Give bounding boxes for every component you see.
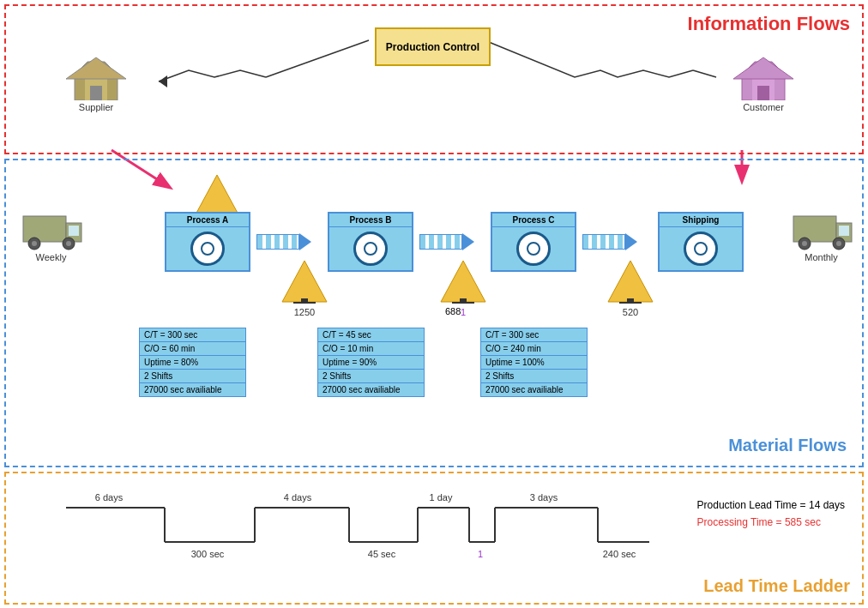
shipping-machine [684, 232, 718, 266]
svg-text:1: 1 [478, 549, 483, 559]
svg-text:1 day: 1 day [430, 492, 453, 503]
lead-time-section: Lead Time Ladder 6 days 4 days 1 day 3 d… [4, 472, 864, 605]
info-flows-label: Information Flows [688, 13, 850, 35]
process-a-avail: 27000 sec availiable [140, 383, 245, 396]
processing-time: Processing Time = 585 sec [697, 516, 845, 528]
inventory-triangle-icon-3 [606, 259, 654, 304]
material-flows-label: Material Flows [728, 436, 847, 455]
svg-point-27 [836, 241, 841, 246]
svg-rect-21 [793, 216, 836, 242]
push-arrow-ab-head [299, 233, 311, 250]
svg-marker-12 [733, 57, 793, 79]
svg-rect-36 [452, 302, 474, 304]
inventory-value-688: 688 [445, 306, 461, 316]
process-c-uptime: Uptime = 100% [481, 356, 587, 370]
monthly-truck-container: Monthly [789, 208, 853, 262]
process-b-uptime: Uptime = 90% [318, 356, 424, 370]
weekly-truck-icon [19, 208, 83, 250]
svg-text:45 sec: 45 sec [368, 549, 396, 559]
weekly-label: Weekly [19, 252, 83, 262]
process-a-co: C/O = 60 min [140, 342, 245, 356]
push-arrow-ab-body [256, 234, 299, 250]
customer-container: Customer [733, 53, 793, 112]
process-c-info: C/T = 300 sec C/O = 240 min Uptime = 100… [480, 328, 588, 397]
svg-text:300 sec: 300 sec [191, 549, 225, 559]
svg-rect-14 [23, 216, 66, 242]
inventory-value-2: 1 [461, 307, 466, 317]
process-b-info: C/T = 45 sec C/O = 10 min Uptime = 90% 2… [317, 328, 425, 397]
push-arrow-cs [582, 233, 637, 250]
process-c-title: Process C [492, 214, 575, 227]
monthly-label: Monthly [789, 252, 853, 262]
svg-text:3 days: 3 days [530, 492, 558, 503]
customer-factory-icon [733, 53, 793, 100]
svg-point-20 [66, 241, 71, 246]
inventory-triangle-1: 1250 [280, 259, 329, 317]
svg-rect-39 [619, 302, 642, 304]
process-a-uptime: Uptime = 80% [140, 356, 245, 370]
svg-marker-28 [195, 175, 239, 216]
push-arrow-cs-body [582, 234, 625, 250]
svg-text:240 sec: 240 sec [603, 549, 636, 559]
push-arrow-bc-body [419, 234, 462, 250]
svg-marker-34 [441, 261, 485, 302]
process-b-ct: C/T = 45 sec [318, 328, 424, 342]
svg-rect-33 [293, 302, 316, 304]
production-control-label: Production Control [386, 41, 479, 53]
monthly-truck-icon [789, 208, 853, 250]
inventory-value-1: 1250 [294, 307, 315, 317]
material-flows-section: Material Flows Weekly Monthly [4, 159, 864, 467]
supplier-label: Supplier [66, 102, 126, 112]
svg-marker-8 [66, 57, 126, 79]
process-a-machine [190, 232, 225, 266]
svg-rect-13 [757, 86, 769, 100]
process-a-info: C/T = 300 sec C/O = 60 min Uptime = 80% … [139, 328, 246, 397]
process-b-shifts: 2 Shifts [318, 370, 424, 383]
shipping-box: Shipping [658, 212, 744, 272]
process-b-machine [353, 232, 388, 266]
process-a-ct: C/T = 300 sec [140, 328, 245, 342]
info-flows-section: Information Flows Production Control Sup… [4, 4, 864, 154]
process-a-shifts: 2 Shifts [140, 370, 245, 383]
svg-point-26 [802, 241, 807, 246]
shipping-title: Shipping [660, 214, 742, 227]
svg-marker-37 [608, 261, 653, 302]
lead-time-ladder-svg: 6 days 4 days 1 day 3 days 300 sec 45 se… [23, 482, 649, 585]
process-c-machine [516, 232, 551, 266]
supplier-factory-icon [66, 53, 126, 100]
svg-rect-23 [839, 226, 849, 236]
svg-point-19 [32, 241, 37, 246]
customer-label: Customer [733, 102, 793, 112]
production-control-box: Production Control [375, 27, 491, 66]
process-b-avail: 27000 sec availiable [318, 383, 424, 396]
push-arrow-cs-head [625, 233, 637, 250]
process-b-co: C/O = 10 min [318, 342, 424, 356]
inventory-triangle-icon-2 [439, 259, 487, 304]
inventory-triangle-3: 520 [606, 259, 654, 317]
svg-text:6 days: 6 days [95, 492, 124, 503]
svg-rect-9 [90, 86, 102, 100]
lead-time-stats: Production Lead Time = 14 days Processin… [697, 499, 845, 528]
production-lead-time: Production Lead Time = 14 days [697, 499, 845, 511]
svg-text:4 days: 4 days [284, 492, 312, 503]
process-c-ct: C/T = 300 sec [481, 328, 587, 342]
process-c-avail: 27000 sec availiable [481, 383, 587, 396]
process-c-box: Process C [491, 212, 576, 272]
push-arrow-bc [419, 233, 474, 250]
lead-time-label: Lead Time Ladder [703, 576, 850, 596]
process-c-shifts: 2 Shifts [481, 370, 587, 383]
process-b-box: Process B [328, 212, 413, 272]
process-a-title: Process A [166, 214, 249, 227]
push-arrow-ab [256, 233, 311, 250]
inventory-triangle-icon-1 [280, 259, 329, 304]
push-arrow-bc-head [462, 233, 474, 250]
supplier-container: Supplier [66, 53, 126, 112]
process-b-title: Process B [329, 214, 412, 227]
svg-marker-31 [282, 261, 327, 302]
weekly-truck-container: Weekly [19, 208, 83, 262]
process-c-co: C/O = 240 min [481, 342, 587, 356]
inventory-value-3: 520 [623, 307, 638, 317]
process-a-box: Process A [165, 212, 250, 272]
svg-rect-16 [69, 226, 79, 236]
